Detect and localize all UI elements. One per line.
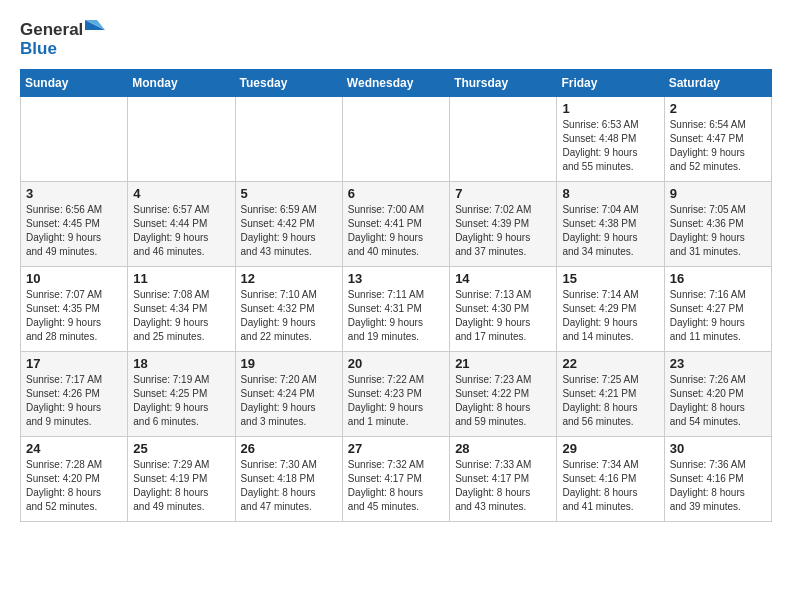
logo-svg: General Blue xyxy=(20,20,105,59)
calendar-empty-cell xyxy=(128,96,235,181)
day-info: Sunrise: 7:23 AM Sunset: 4:22 PM Dayligh… xyxy=(455,373,551,429)
day-number: 18 xyxy=(133,356,229,371)
calendar-empty-cell xyxy=(235,96,342,181)
calendar-week-row: 17Sunrise: 7:17 AM Sunset: 4:26 PM Dayli… xyxy=(21,351,772,436)
calendar-day-14: 14Sunrise: 7:13 AM Sunset: 4:30 PM Dayli… xyxy=(450,266,557,351)
day-info: Sunrise: 7:02 AM Sunset: 4:39 PM Dayligh… xyxy=(455,203,551,259)
day-info: Sunrise: 7:08 AM Sunset: 4:34 PM Dayligh… xyxy=(133,288,229,344)
day-number: 11 xyxy=(133,271,229,286)
logo: General Blue xyxy=(20,20,105,59)
day-info: Sunrise: 7:25 AM Sunset: 4:21 PM Dayligh… xyxy=(562,373,658,429)
day-info: Sunrise: 7:20 AM Sunset: 4:24 PM Dayligh… xyxy=(241,373,337,429)
weekday-header-wednesday: Wednesday xyxy=(342,69,449,96)
day-info: Sunrise: 7:00 AM Sunset: 4:41 PM Dayligh… xyxy=(348,203,444,259)
calendar-day-27: 27Sunrise: 7:32 AM Sunset: 4:17 PM Dayli… xyxy=(342,436,449,521)
day-number: 19 xyxy=(241,356,337,371)
day-info: Sunrise: 7:33 AM Sunset: 4:17 PM Dayligh… xyxy=(455,458,551,514)
day-info: Sunrise: 7:17 AM Sunset: 4:26 PM Dayligh… xyxy=(26,373,122,429)
day-info: Sunrise: 7:07 AM Sunset: 4:35 PM Dayligh… xyxy=(26,288,122,344)
day-number: 5 xyxy=(241,186,337,201)
day-number: 17 xyxy=(26,356,122,371)
calendar-day-6: 6Sunrise: 7:00 AM Sunset: 4:41 PM Daylig… xyxy=(342,181,449,266)
calendar-day-28: 28Sunrise: 7:33 AM Sunset: 4:17 PM Dayli… xyxy=(450,436,557,521)
calendar-table: SundayMondayTuesdayWednesdayThursdayFrid… xyxy=(20,69,772,522)
logo-general-text: General xyxy=(20,21,83,40)
day-number: 8 xyxy=(562,186,658,201)
calendar-day-21: 21Sunrise: 7:23 AM Sunset: 4:22 PM Dayli… xyxy=(450,351,557,436)
calendar-day-4: 4Sunrise: 6:57 AM Sunset: 4:44 PM Daylig… xyxy=(128,181,235,266)
calendar-day-1: 1Sunrise: 6:53 AM Sunset: 4:48 PM Daylig… xyxy=(557,96,664,181)
calendar-header: SundayMondayTuesdayWednesdayThursdayFrid… xyxy=(21,69,772,96)
day-info: Sunrise: 7:29 AM Sunset: 4:19 PM Dayligh… xyxy=(133,458,229,514)
day-number: 7 xyxy=(455,186,551,201)
day-info: Sunrise: 6:59 AM Sunset: 4:42 PM Dayligh… xyxy=(241,203,337,259)
day-info: Sunrise: 7:36 AM Sunset: 4:16 PM Dayligh… xyxy=(670,458,766,514)
day-info: Sunrise: 7:19 AM Sunset: 4:25 PM Dayligh… xyxy=(133,373,229,429)
day-number: 1 xyxy=(562,101,658,116)
calendar-day-13: 13Sunrise: 7:11 AM Sunset: 4:31 PM Dayli… xyxy=(342,266,449,351)
calendar-day-10: 10Sunrise: 7:07 AM Sunset: 4:35 PM Dayli… xyxy=(21,266,128,351)
day-number: 4 xyxy=(133,186,229,201)
day-number: 20 xyxy=(348,356,444,371)
calendar-day-17: 17Sunrise: 7:17 AM Sunset: 4:26 PM Dayli… xyxy=(21,351,128,436)
calendar-day-15: 15Sunrise: 7:14 AM Sunset: 4:29 PM Dayli… xyxy=(557,266,664,351)
calendar-day-19: 19Sunrise: 7:20 AM Sunset: 4:24 PM Dayli… xyxy=(235,351,342,436)
day-number: 21 xyxy=(455,356,551,371)
calendar-day-26: 26Sunrise: 7:30 AM Sunset: 4:18 PM Dayli… xyxy=(235,436,342,521)
calendar-day-29: 29Sunrise: 7:34 AM Sunset: 4:16 PM Dayli… xyxy=(557,436,664,521)
calendar-body: 1Sunrise: 6:53 AM Sunset: 4:48 PM Daylig… xyxy=(21,96,772,521)
day-number: 13 xyxy=(348,271,444,286)
weekday-header-tuesday: Tuesday xyxy=(235,69,342,96)
day-info: Sunrise: 7:16 AM Sunset: 4:27 PM Dayligh… xyxy=(670,288,766,344)
day-info: Sunrise: 7:04 AM Sunset: 4:38 PM Dayligh… xyxy=(562,203,658,259)
calendar-day-3: 3Sunrise: 6:56 AM Sunset: 4:45 PM Daylig… xyxy=(21,181,128,266)
calendar-day-30: 30Sunrise: 7:36 AM Sunset: 4:16 PM Dayli… xyxy=(664,436,771,521)
weekday-header-monday: Monday xyxy=(128,69,235,96)
calendar-day-9: 9Sunrise: 7:05 AM Sunset: 4:36 PM Daylig… xyxy=(664,181,771,266)
calendar-week-row: 3Sunrise: 6:56 AM Sunset: 4:45 PM Daylig… xyxy=(21,181,772,266)
day-info: Sunrise: 6:56 AM Sunset: 4:45 PM Dayligh… xyxy=(26,203,122,259)
day-info: Sunrise: 7:34 AM Sunset: 4:16 PM Dayligh… xyxy=(562,458,658,514)
day-info: Sunrise: 7:11 AM Sunset: 4:31 PM Dayligh… xyxy=(348,288,444,344)
day-number: 29 xyxy=(562,441,658,456)
calendar-week-row: 1Sunrise: 6:53 AM Sunset: 4:48 PM Daylig… xyxy=(21,96,772,181)
day-info: Sunrise: 7:30 AM Sunset: 4:18 PM Dayligh… xyxy=(241,458,337,514)
calendar-empty-cell xyxy=(342,96,449,181)
day-number: 23 xyxy=(670,356,766,371)
day-info: Sunrise: 7:28 AM Sunset: 4:20 PM Dayligh… xyxy=(26,458,122,514)
day-info: Sunrise: 7:14 AM Sunset: 4:29 PM Dayligh… xyxy=(562,288,658,344)
logo-blue-text: Blue xyxy=(20,40,105,59)
day-info: Sunrise: 7:13 AM Sunset: 4:30 PM Dayligh… xyxy=(455,288,551,344)
day-number: 9 xyxy=(670,186,766,201)
calendar-week-row: 10Sunrise: 7:07 AM Sunset: 4:35 PM Dayli… xyxy=(21,266,772,351)
day-info: Sunrise: 7:10 AM Sunset: 4:32 PM Dayligh… xyxy=(241,288,337,344)
calendar-day-8: 8Sunrise: 7:04 AM Sunset: 4:38 PM Daylig… xyxy=(557,181,664,266)
weekday-header-thursday: Thursday xyxy=(450,69,557,96)
day-info: Sunrise: 6:57 AM Sunset: 4:44 PM Dayligh… xyxy=(133,203,229,259)
page-header: General Blue xyxy=(20,20,772,59)
weekday-header-saturday: Saturday xyxy=(664,69,771,96)
calendar-day-12: 12Sunrise: 7:10 AM Sunset: 4:32 PM Dayli… xyxy=(235,266,342,351)
calendar-week-row: 24Sunrise: 7:28 AM Sunset: 4:20 PM Dayli… xyxy=(21,436,772,521)
calendar-day-18: 18Sunrise: 7:19 AM Sunset: 4:25 PM Dayli… xyxy=(128,351,235,436)
day-number: 12 xyxy=(241,271,337,286)
day-number: 15 xyxy=(562,271,658,286)
day-info: Sunrise: 7:05 AM Sunset: 4:36 PM Dayligh… xyxy=(670,203,766,259)
calendar-day-20: 20Sunrise: 7:22 AM Sunset: 4:23 PM Dayli… xyxy=(342,351,449,436)
calendar-empty-cell xyxy=(450,96,557,181)
day-number: 26 xyxy=(241,441,337,456)
day-number: 22 xyxy=(562,356,658,371)
day-number: 10 xyxy=(26,271,122,286)
day-number: 14 xyxy=(455,271,551,286)
calendar-empty-cell xyxy=(21,96,128,181)
day-number: 24 xyxy=(26,441,122,456)
calendar-day-7: 7Sunrise: 7:02 AM Sunset: 4:39 PM Daylig… xyxy=(450,181,557,266)
calendar-day-23: 23Sunrise: 7:26 AM Sunset: 4:20 PM Dayli… xyxy=(664,351,771,436)
day-number: 27 xyxy=(348,441,444,456)
day-info: Sunrise: 7:32 AM Sunset: 4:17 PM Dayligh… xyxy=(348,458,444,514)
day-number: 6 xyxy=(348,186,444,201)
weekday-header-friday: Friday xyxy=(557,69,664,96)
calendar-day-2: 2Sunrise: 6:54 AM Sunset: 4:47 PM Daylig… xyxy=(664,96,771,181)
day-info: Sunrise: 6:54 AM Sunset: 4:47 PM Dayligh… xyxy=(670,118,766,174)
weekday-header-row: SundayMondayTuesdayWednesdayThursdayFrid… xyxy=(21,69,772,96)
